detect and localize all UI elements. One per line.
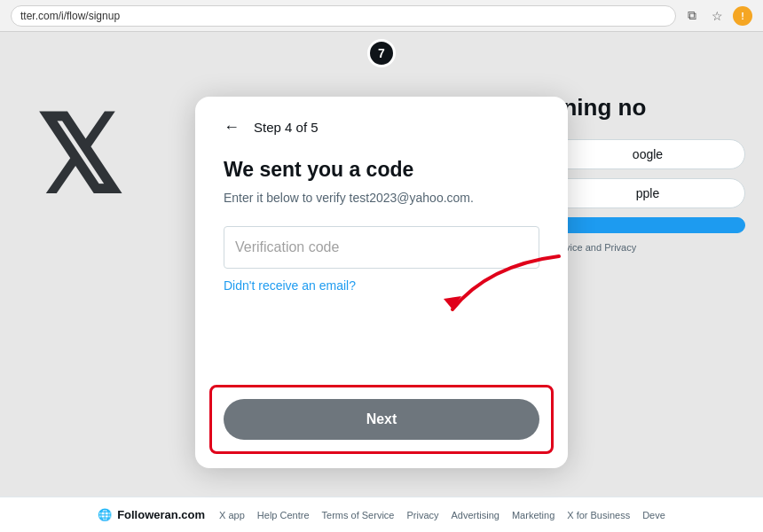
screen-icon[interactable]: ⧉ — [683, 7, 701, 25]
url-text: tter.com/i/flow/signup — [20, 10, 120, 22]
step-label: Step 4 of 5 — [254, 120, 319, 135]
next-button-wrapper: Next — [224, 399, 539, 440]
modal-overlay: ← Step 4 of 5 We sent you a code Enter i… — [0, 32, 763, 532]
star-icon[interactable]: ☆ — [708, 7, 726, 25]
profile-icon[interactable]: ! — [733, 6, 752, 26]
modal: ← Step 4 of 5 We sent you a code Enter i… — [195, 97, 568, 468]
back-button[interactable]: ← — [224, 118, 240, 137]
step-badge: 7 — [367, 39, 396, 67]
browser-icons: ⧉ ☆ ! — [683, 6, 752, 26]
address-bar: tter.com/i/flow/signup — [11, 5, 676, 27]
next-button[interactable]: Next — [224, 399, 539, 440]
browser-chrome: tter.com/i/flow/signup ⧉ ☆ ! — [0, 0, 763, 32]
modal-header: ← Step 4 of 5 — [224, 118, 539, 137]
modal-title: We sent you a code — [224, 158, 539, 182]
profile-badge: ! — [741, 11, 744, 21]
resend-email-link[interactable]: Didn't receive an email? — [224, 278, 356, 293]
modal-subtitle: Enter it below to verify test2023@yahoo.… — [224, 191, 539, 205]
svg-marker-0 — [444, 296, 461, 309]
verification-code-input[interactable] — [224, 226, 539, 269]
